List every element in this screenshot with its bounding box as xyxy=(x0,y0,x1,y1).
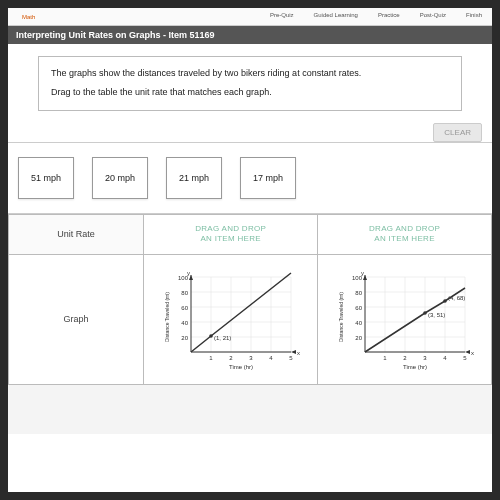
svg-text:Time (hr): Time (hr) xyxy=(229,364,253,370)
prompt-box: The graphs show the distances traveled b… xyxy=(38,56,462,111)
graph-cell-2: (3, 51) (4, 68) 20 40 60 80 100 1 2 3 4 … xyxy=(318,254,492,384)
graph-1: (1, 21) 20 40 60 80 100 1 2 3 4 5 Time (… xyxy=(161,267,301,372)
svg-text:40: 40 xyxy=(181,320,188,326)
svg-text:4: 4 xyxy=(269,355,273,361)
chip-21mph[interactable]: 21 mph xyxy=(166,157,222,199)
svg-text:3: 3 xyxy=(249,355,253,361)
nav-finish[interactable]: Finish xyxy=(466,12,482,23)
prompt-line1: The graphs show the distances traveled b… xyxy=(51,67,449,81)
svg-text:x: x xyxy=(471,350,474,356)
svg-text:1: 1 xyxy=(209,355,213,361)
point-label-3-51: (3, 51) xyxy=(428,312,445,318)
unit-rate-header: Unit Rate xyxy=(9,214,144,254)
chip-20mph[interactable]: 20 mph xyxy=(92,157,148,199)
svg-text:80: 80 xyxy=(355,290,362,296)
svg-text:60: 60 xyxy=(181,305,188,311)
graph-2: (3, 51) (4, 68) 20 40 60 80 100 1 2 3 4 … xyxy=(335,267,475,372)
svg-text:20: 20 xyxy=(181,335,188,341)
nav-postquiz[interactable]: Post-Quiz xyxy=(420,12,446,23)
svg-text:y: y xyxy=(187,270,190,276)
svg-text:Distance Traveled (mi): Distance Traveled (mi) xyxy=(164,291,170,341)
svg-text:40: 40 xyxy=(355,320,362,326)
answer-table: Unit Rate DRAG AND DROP AN ITEM HERE DRA… xyxy=(8,214,492,434)
chip-51mph[interactable]: 51 mph xyxy=(18,157,74,199)
svg-point-43 xyxy=(423,311,427,315)
svg-text:1: 1 xyxy=(383,355,387,361)
svg-point-13 xyxy=(209,334,213,338)
graph-row-header: Graph xyxy=(9,254,144,384)
nav-prequiz[interactable]: Pre-Quiz xyxy=(270,12,294,23)
svg-text:5: 5 xyxy=(463,355,467,361)
svg-text:Time (hr): Time (hr) xyxy=(402,364,426,370)
nav-math[interactable]: Math xyxy=(18,12,39,23)
svg-text:Distance Traveled (mi): Distance Traveled (mi) xyxy=(338,291,344,341)
answer-chips-row: 51 mph 20 mph 21 mph 17 mph xyxy=(8,142,492,214)
point-label-1-21: (1, 21) xyxy=(214,335,231,341)
svg-marker-26 xyxy=(291,350,296,354)
svg-text:4: 4 xyxy=(443,355,447,361)
top-nav: Math Pre-Quiz Guided Learning Practice P… xyxy=(8,8,492,26)
svg-text:2: 2 xyxy=(229,355,233,361)
svg-text:20: 20 xyxy=(355,335,362,341)
svg-text:x: x xyxy=(297,350,300,356)
drop-zone-1[interactable]: DRAG AND DROP AN ITEM HERE xyxy=(144,214,318,254)
graph-cell-1: (1, 21) 20 40 60 80 100 1 2 3 4 5 Time (… xyxy=(144,254,318,384)
point-label-4-68: (4, 68) xyxy=(448,295,465,301)
svg-text:3: 3 xyxy=(423,355,427,361)
nav-practice[interactable]: Practice xyxy=(378,12,400,23)
nav-guided[interactable]: Guided Learning xyxy=(314,12,358,23)
svg-marker-57 xyxy=(465,350,470,354)
svg-text:60: 60 xyxy=(355,305,362,311)
item-title-bar: Interpreting Unit Rates on Graphs - Item… xyxy=(8,26,492,44)
svg-text:80: 80 xyxy=(181,290,188,296)
clear-button[interactable]: CLEAR xyxy=(433,123,482,142)
svg-text:2: 2 xyxy=(403,355,407,361)
svg-point-44 xyxy=(443,299,447,303)
svg-text:5: 5 xyxy=(289,355,293,361)
prompt-line2: Drag to the table the unit rate that mat… xyxy=(51,86,449,100)
drop-zone-2[interactable]: DRAG AND DROP AN ITEM HERE xyxy=(318,214,492,254)
chip-17mph[interactable]: 17 mph xyxy=(240,157,296,199)
svg-text:y: y xyxy=(361,270,364,276)
item-title: Interpreting Unit Rates on Graphs - Item… xyxy=(16,30,215,40)
